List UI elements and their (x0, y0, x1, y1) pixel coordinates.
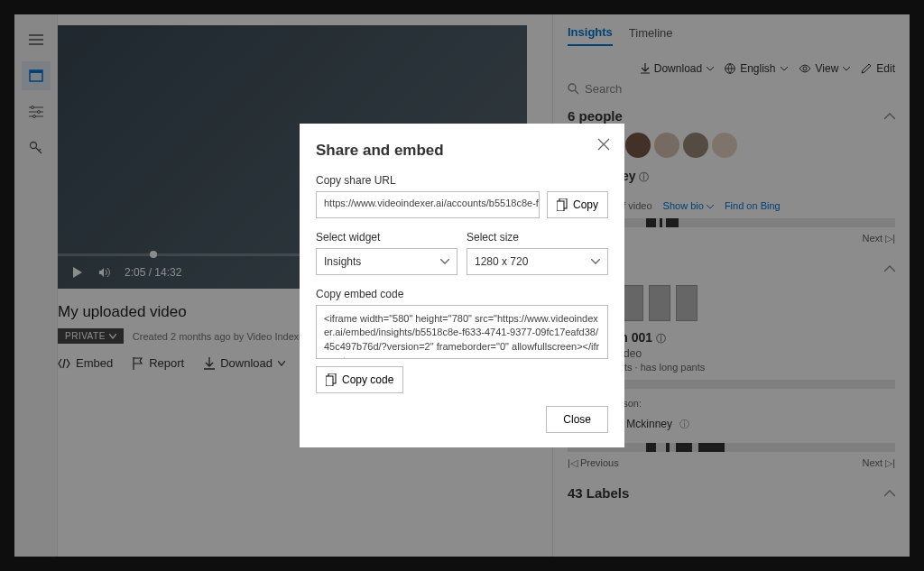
svg-rect-16 (326, 376, 333, 386)
svg-rect-14 (557, 201, 564, 211)
chevron-down-icon (440, 259, 449, 264)
copy-url-button[interactable]: Copy (547, 191, 608, 218)
modal-overlay[interactable]: Share and embed Copy share URL https://w… (0, 0, 924, 571)
close-button[interactable]: Close (546, 406, 608, 433)
chevron-down-icon (591, 259, 600, 264)
embed-code-input[interactable]: <iframe width="580" height="780" src="ht… (316, 305, 608, 359)
copy-embed-label: Copy embed code (316, 288, 608, 300)
select-widget-label: Select widget (316, 231, 457, 244)
copy-url-label: Copy share URL (316, 174, 608, 187)
widget-select[interactable]: Insights (316, 248, 457, 275)
copy-code-button[interactable]: Copy code (316, 366, 403, 393)
share-url-input[interactable]: https://www.videoindexer.ai/accounts/b55… (316, 191, 540, 218)
share-embed-modal: Share and embed Copy share URL https://w… (300, 124, 624, 447)
close-icon[interactable] (597, 138, 610, 151)
size-select[interactable]: 1280 x 720 (467, 248, 608, 275)
select-size-label: Select size (467, 231, 608, 244)
modal-title: Share and embed (316, 142, 608, 160)
